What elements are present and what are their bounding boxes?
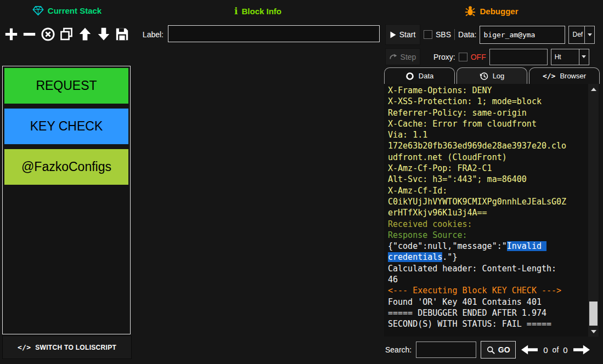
- search-go-button[interactable]: GO: [481, 341, 516, 359]
- log-view: X-Frame-Options: DENYX-XSS-Protection: 1…: [384, 84, 600, 337]
- arrow-right-icon: [573, 345, 590, 355]
- openbullet-stacker-window: { "icons": { "code_glyph": "</>", "info_…: [0, 0, 603, 364]
- chevron-down-icon[interactable]: [584, 26, 594, 43]
- proxy-type-value: Ht: [551, 49, 579, 65]
- stack-block-key-check[interactable]: KEY CHECK: [4, 109, 128, 144]
- start-button[interactable]: Start: [385, 24, 420, 45]
- stack-block--fazkoconfigs[interactable]: @FazkoConfigs: [4, 149, 128, 185]
- log-line: Via: 1.1 172e63b20fb363ed969de28ae3937e2…: [388, 129, 570, 163]
- proxy-status: OFF: [471, 53, 486, 61]
- log-line: X-Cache: Error from cloudfront: [388, 118, 570, 129]
- circle-icon: [405, 72, 414, 81]
- proxy-type-dropdown[interactable]: Ht: [551, 49, 589, 65]
- log-line: Calculated header: Content-Length: 46: [388, 263, 570, 286]
- triangle-down-icon: [591, 330, 596, 333]
- data-label: Data:: [458, 30, 476, 39]
- current-stack-title: Current Stack: [48, 6, 102, 15]
- code-icon: </>: [18, 343, 31, 351]
- log-line: <--- Executing Block KEY CHECK --->: [388, 285, 570, 296]
- log-line: Response Source:: [388, 230, 570, 241]
- proxy-input[interactable]: [489, 49, 548, 65]
- log-line: Alt-Svc: h3=":443"; ma=86400: [388, 174, 570, 185]
- scroll-up-button[interactable]: [588, 84, 599, 94]
- log-line: Referrer-Policy: same-origin: [388, 107, 570, 118]
- block-label-input[interactable]: [168, 25, 380, 42]
- gem-stack-icon: [32, 5, 44, 16]
- history-icon: [480, 72, 488, 81]
- data-input[interactable]: [480, 26, 565, 44]
- remove-block-button[interactable]: [21, 24, 38, 44]
- block-info-header: i Block Info: [132, 5, 384, 16]
- save-config-button[interactable]: [114, 24, 131, 44]
- bug-icon: [465, 5, 476, 16]
- arrow-up-icon: [78, 27, 92, 41]
- debugger-controls: Start SBS Data: Def Step Proxy: OFF Ht: [385, 24, 600, 65]
- clone-block-button[interactable]: [58, 24, 75, 44]
- match-current: 0: [543, 345, 548, 355]
- arrow-left-icon: [521, 345, 538, 355]
- search-icon: [487, 346, 495, 354]
- search-label: Search:: [385, 345, 412, 354]
- log-line: Received cookies:: [388, 219, 570, 230]
- wordlist-type-dropdown[interactable]: Def: [568, 26, 595, 44]
- clear-circle-x-icon: [41, 27, 55, 42]
- clone-icon: [59, 27, 74, 41]
- current-stack-header: Current Stack: [2, 5, 132, 16]
- scroll-down-button[interactable]: [588, 327, 599, 336]
- previous-match-button[interactable]: [520, 344, 539, 356]
- search-go-label: GO: [498, 345, 510, 354]
- step-label: Step: [401, 53, 416, 61]
- log-line: {"code":null,"message":"Invalid credenti…: [388, 241, 570, 263]
- tab-browser[interactable]: </> Browser: [529, 67, 600, 84]
- code-icon: </>: [543, 72, 555, 80]
- debugger-row-1: Start SBS Data: Def: [385, 24, 600, 45]
- switch-to-loliscript-label: SWITCH TO LOLISCRIPT: [35, 344, 116, 351]
- switch-to-loliscript-button[interactable]: </> SWITCH TO LOLISCRIPT: [2, 335, 132, 359]
- stack-block-request[interactable]: REQUEST: [4, 68, 128, 104]
- wordlist-type-value: Def: [569, 26, 584, 43]
- proxy-checkbox[interactable]: [459, 53, 467, 61]
- tab-data-label: Data: [419, 72, 433, 80]
- tab-browser-label: Browser: [560, 72, 586, 80]
- divider: [454, 29, 455, 40]
- tab-log-label: Log: [493, 72, 505, 80]
- clear-stack-button[interactable]: [40, 24, 57, 44]
- log-line: Found 'OR' Key 401 Contains 401: [388, 297, 570, 308]
- search-input[interactable]: [416, 342, 476, 358]
- match-of-label: of: [553, 345, 559, 354]
- move-down-button[interactable]: [95, 24, 112, 44]
- add-block-button[interactable]: [3, 24, 19, 44]
- step-redo-icon: [390, 53, 397, 60]
- log-scrollbar[interactable]: [588, 84, 599, 337]
- block-label-caption: Label:: [133, 30, 164, 39]
- debugger-tabs: Data Log </> Browser: [384, 67, 600, 84]
- play-icon: [390, 31, 396, 38]
- log-line: X-Amz-Cf-Id: C0ikYUjJhVYWTOK9CMIXPg0nnhL…: [388, 185, 570, 219]
- move-up-button[interactable]: [77, 24, 93, 44]
- step-button[interactable]: Step: [385, 48, 420, 65]
- arrow-down-icon: [97, 27, 111, 41]
- log-line: X-Amz-Cf-Pop: FRA2-C1: [388, 163, 570, 174]
- start-label: Start: [399, 30, 416, 39]
- next-match-button[interactable]: [572, 344, 591, 356]
- log-search-bar: Search: GO 0 of 0: [385, 340, 600, 359]
- debugger-header: Debugger: [384, 5, 599, 16]
- match-total: 0: [563, 345, 567, 355]
- log-line: X-Frame-Options: DENY: [388, 85, 570, 96]
- log-content: X-Frame-Options: DENYX-XSS-Protection: 1…: [388, 85, 570, 330]
- block-info-title: Block Info: [241, 7, 281, 16]
- scrollbar-thumb[interactable]: [589, 302, 598, 326]
- tab-data[interactable]: Data: [384, 67, 455, 84]
- stack-list: REQUESTKEY CHECK@FazkoConfigs: [2, 66, 131, 334]
- save-icon: [115, 27, 129, 42]
- minus-icon: [22, 27, 37, 42]
- log-line: X-XSS-Protection: 1; mode=block: [388, 96, 570, 107]
- debugger-title: Debugger: [480, 7, 518, 16]
- tab-log[interactable]: Log: [457, 67, 527, 84]
- log-line: ===== DEBUGGER ENDED AFTER 1.974 SECOND(…: [388, 308, 570, 330]
- stack-toolbar: [3, 23, 131, 45]
- sbs-checkbox[interactable]: [424, 30, 432, 39]
- chevron-down-icon[interactable]: [579, 49, 589, 65]
- info-icon: i: [234, 5, 238, 16]
- plus-icon: [4, 27, 19, 42]
